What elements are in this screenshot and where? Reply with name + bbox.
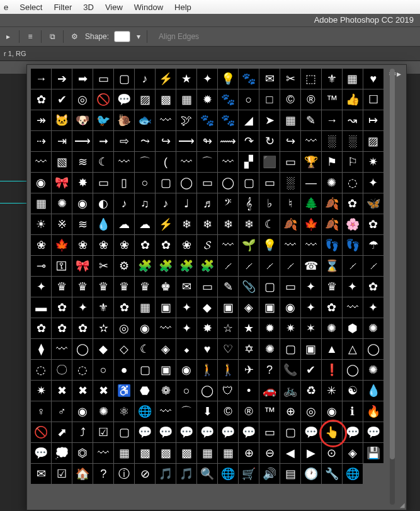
shape-thumb[interactable]: ✹ xyxy=(259,318,280,338)
shape-thumb[interactable]: ◯ xyxy=(72,339,93,359)
shape-thumb[interactable]: ░ xyxy=(280,173,300,193)
shape-thumb[interactable]: → xyxy=(31,69,51,89)
shape-thumb[interactable]: ® xyxy=(301,89,321,110)
shape-thumb[interactable]: ↝ xyxy=(343,110,363,130)
shape-thumb[interactable]: ⌛ xyxy=(322,256,342,276)
shape-thumb[interactable]: 🚗 xyxy=(259,381,280,401)
shape-thumb[interactable]: 〰 xyxy=(218,235,238,255)
shape-thumb[interactable]: ➔ xyxy=(52,69,72,89)
shape-thumb[interactable]: ⏣ xyxy=(72,443,93,463)
shape-thumb[interactable]: ⟋ xyxy=(363,256,383,276)
shape-thumb[interactable]: ◯ xyxy=(343,360,363,380)
shape-thumb[interactable]: ▧ xyxy=(52,152,72,172)
shape-thumb[interactable]: © xyxy=(280,89,300,110)
shape-thumb[interactable]: ⊕ xyxy=(280,401,300,422)
shape-thumb[interactable]: ⌒ xyxy=(176,401,196,422)
shape-thumb[interactable]: ♬ xyxy=(197,193,217,214)
shape-thumb[interactable]: ⚑ xyxy=(322,152,342,172)
shape-thumb[interactable]: ▭ xyxy=(259,173,280,193)
shape-thumb[interactable]: ? xyxy=(93,464,113,484)
shape-thumb[interactable]: ◉ xyxy=(72,401,93,422)
shape-thumb[interactable]: ✡ xyxy=(239,339,259,359)
shape-thumb[interactable]: 〰 xyxy=(301,131,321,151)
shape-thumb[interactable]: ❀ xyxy=(93,235,113,255)
scrollbar[interactable] xyxy=(390,69,395,505)
shape-thumb[interactable]: ⚡ xyxy=(156,214,176,234)
shape-thumb[interactable]: 💬 xyxy=(176,422,196,442)
resize-grip-icon[interactable]: ◢ xyxy=(397,501,405,508)
shape-thumb[interactable]: ○ xyxy=(176,381,196,401)
shape-thumb[interactable]: ❀ xyxy=(31,235,51,255)
shape-thumb[interactable]: • xyxy=(239,381,259,401)
scrollbar-thumb[interactable] xyxy=(390,69,395,459)
shape-thumb[interactable]: 👆 xyxy=(322,422,342,442)
shape-thumb[interactable]: ♀ xyxy=(31,401,51,422)
shape-thumb[interactable]: ✿ xyxy=(114,297,134,318)
shape-thumb[interactable]: ☎ xyxy=(301,256,321,276)
shape-thumb[interactable]: ✿ xyxy=(363,277,383,297)
shape-thumb[interactable]: ☾ xyxy=(93,152,113,172)
shape-thumb[interactable]: ♛ xyxy=(135,277,155,297)
shape-thumb[interactable]: ◉ xyxy=(31,173,51,193)
shape-grid-scroll[interactable]: →➔➡▭▢♪⚡★✦💡🐾✉✂⬚⚜▦♥✿✔◎🚫💬▨▩▦✹🐾○□©®™👍☐↠🐱🐶🐦🐌🐟… xyxy=(31,69,387,505)
shape-thumb[interactable]: ✉ xyxy=(259,69,280,89)
shape-thumb[interactable]: 🚫 xyxy=(93,89,113,110)
shape-thumb[interactable]: ⊘ xyxy=(135,464,155,484)
shape-thumb[interactable]: ☁ xyxy=(114,214,134,234)
shape-thumb[interactable]: 🍁 xyxy=(301,214,321,234)
shape-thumb[interactable]: ✿ xyxy=(135,235,155,255)
shape-thumb[interactable]: ▦ xyxy=(343,69,363,89)
shape-thumb[interactable]: ◈ xyxy=(239,297,259,318)
shape-thumb[interactable]: ♿ xyxy=(114,381,134,401)
shape-thumb[interactable]: ▭ xyxy=(93,173,113,193)
shape-thumb[interactable]: ✖ xyxy=(93,381,113,401)
shape-thumb[interactable]: ✿ xyxy=(343,193,363,214)
shape-thumb[interactable]: 🐾 xyxy=(239,69,259,89)
shape-thumb[interactable]: ≋ xyxy=(72,152,93,172)
shape-thumb[interactable]: ✺ xyxy=(363,318,383,338)
shape-thumb[interactable]: ♥ xyxy=(363,69,383,89)
shape-thumb[interactable]: ▤ xyxy=(280,464,300,484)
shape-thumb[interactable]: ✿ xyxy=(52,318,72,338)
shape-thumb[interactable]: ● xyxy=(114,360,134,380)
shape-thumb[interactable]: 🚶 xyxy=(197,360,217,380)
shape-thumb[interactable]: ★ xyxy=(239,318,259,338)
shape-thumb[interactable]: 〰 xyxy=(114,152,134,172)
shape-thumb[interactable]: 💬 xyxy=(135,422,155,442)
shape-thumb[interactable]: 🦋 xyxy=(363,193,383,214)
shape-thumb[interactable]: ▲ xyxy=(322,339,342,359)
shape-thumb[interactable]: ☾ xyxy=(259,214,280,234)
shape-thumb[interactable]: ♛ xyxy=(52,277,72,297)
shape-thumb[interactable]: ♮ xyxy=(280,193,300,214)
shape-thumb[interactable]: ▩ xyxy=(156,89,176,110)
shape-thumb[interactable]: ⌒ xyxy=(197,152,217,172)
shape-thumb[interactable]: ⚜ xyxy=(93,297,113,318)
shape-thumb[interactable]: 🐾 xyxy=(218,110,238,130)
menu-item[interactable]: e xyxy=(4,3,8,12)
shape-thumb[interactable]: 🌐 xyxy=(343,464,363,484)
shape-thumb[interactable]: 💧 xyxy=(363,381,383,401)
shape-thumb[interactable]: — xyxy=(301,173,321,193)
shape-thumb[interactable]: ℹ xyxy=(343,401,363,422)
shape-thumb[interactable]: ★ xyxy=(176,69,196,89)
shape-thumb[interactable]: ✷ xyxy=(31,381,51,401)
shape-thumb[interactable]: ♚ xyxy=(156,277,176,297)
shape-thumb[interactable]: ▣ xyxy=(156,360,176,380)
shape-thumb[interactable]: 💬 xyxy=(156,422,176,442)
shape-thumb[interactable]: ✔ xyxy=(52,89,72,110)
shape-thumb[interactable]: ▭ xyxy=(280,277,300,297)
shape-thumb[interactable]: 🏠 xyxy=(72,464,93,484)
shape-thumb[interactable]: ♂ xyxy=(52,401,72,422)
shape-thumb[interactable]: ▢ xyxy=(156,173,176,193)
shape-thumb[interactable]: 👍 xyxy=(343,89,363,110)
shape-thumb[interactable]: ◈ xyxy=(343,443,363,463)
shape-thumb[interactable]: ⟋ xyxy=(218,256,238,276)
shape-thumb[interactable]: ™ xyxy=(322,89,342,110)
shape-thumb[interactable]: 👣 xyxy=(343,235,363,255)
shape-thumb[interactable]: ▣ xyxy=(218,297,238,318)
shape-thumb[interactable]: ↬ xyxy=(197,131,217,151)
shape-thumb[interactable]: 𝄢 xyxy=(218,193,238,214)
shape-thumb[interactable]: ≋ xyxy=(72,214,93,234)
shape-thumb[interactable]: ░ xyxy=(322,131,342,151)
shape-thumb[interactable]: ☆ xyxy=(218,318,238,338)
